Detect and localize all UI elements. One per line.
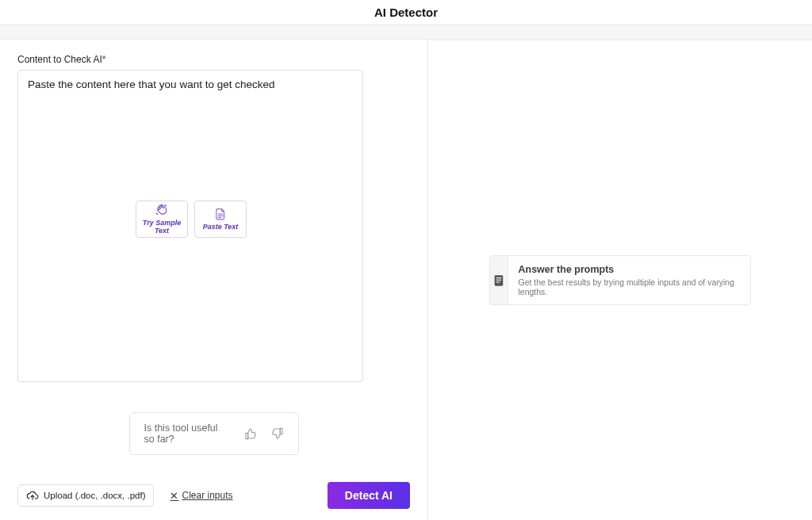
cloud-upload-icon	[26, 490, 39, 501]
svg-rect-6	[496, 279, 502, 280]
document-icon	[215, 208, 226, 220]
input-label: Content to Check AI*	[17, 54, 410, 65]
info-subtitle: Get the best results by trying multiple …	[518, 277, 741, 296]
right-pane: Answer the prompts Get the best results …	[428, 40, 812, 520]
svg-rect-4	[495, 275, 504, 285]
hand-wave-icon	[155, 204, 168, 216]
feedback-prompt: Is this tool useful so far?	[144, 422, 230, 445]
feedback-card: Is this tool useful so far?	[129, 412, 299, 455]
main-area: Content to Check AI* Paste the content h…	[0, 40, 812, 520]
try-sample-label: Try Sample Text	[136, 220, 187, 235]
textarea-placeholder: Paste the content here that you want to …	[28, 78, 353, 90]
thumbs-up-icon[interactable]	[244, 427, 257, 440]
clear-inputs-label: Clear inputs	[182, 490, 232, 501]
upload-button-label: Upload (.doc, .docx, .pdf)	[44, 491, 145, 500]
try-sample-button[interactable]: Try Sample Text	[136, 201, 188, 238]
info-body: Answer the prompts Get the best results …	[508, 256, 750, 304]
close-icon: ✕	[170, 490, 178, 502]
paste-text-button[interactable]: Paste Text	[194, 201, 247, 238]
input-label-text: Content to Check AI	[17, 54, 102, 65]
left-pane: Content to Check AI* Paste the content h…	[0, 40, 428, 520]
required-mark: *	[102, 54, 106, 65]
thumbs-down-icon[interactable]	[271, 427, 284, 440]
inline-actions: Try Sample Text Paste Text	[136, 201, 247, 238]
info-title: Answer the prompts	[518, 264, 741, 275]
list-document-icon	[493, 274, 504, 287]
bottom-action-row: Upload (.doc, .docx, .pdf) ✕ Clear input…	[17, 482, 410, 509]
svg-rect-7	[496, 281, 500, 282]
detect-ai-button[interactable]: Detect AI	[327, 482, 410, 509]
info-icon-column	[490, 256, 508, 304]
bottom-left-group: Upload (.doc, .docx, .pdf) ✕ Clear input…	[17, 484, 233, 507]
header-bar: AI Detector	[0, 0, 812, 25]
svg-rect-5	[496, 277, 502, 278]
upload-button[interactable]: Upload (.doc, .docx, .pdf)	[17, 484, 154, 507]
sub-header-strip	[0, 25, 812, 40]
page-title: AI Detector	[374, 6, 438, 19]
paste-text-label: Paste Text	[203, 224, 239, 231]
info-card: Answer the prompts Get the best results …	[489, 255, 751, 305]
clear-inputs-link[interactable]: ✕ Clear inputs	[170, 490, 232, 502]
content-textarea[interactable]: Paste the content here that you want to …	[17, 70, 363, 382]
